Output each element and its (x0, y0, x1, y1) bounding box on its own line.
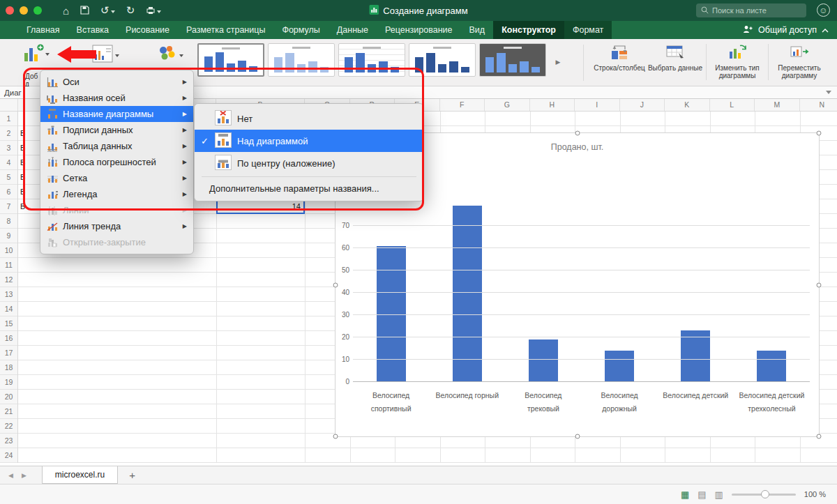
submenu-more-options[interactable]: Дополнительные параметры названия... (195, 179, 423, 197)
menu-item-3[interactable]: Подписи данных▶ (40, 122, 193, 138)
chart-bar[interactable] (605, 351, 634, 382)
row-header-8[interactable]: 8 (0, 214, 17, 229)
row-header-4[interactable]: 4 (0, 155, 17, 170)
save-icon[interactable] (80, 5, 89, 17)
collapse-ribbon-icon[interactable] (822, 25, 829, 35)
undo-button[interactable]: ↺ (100, 4, 115, 17)
sheet-tab[interactable]: microexcel.ru (42, 466, 118, 484)
zoom-slider[interactable] (732, 494, 796, 496)
page-break-view-icon[interactable]: ▥ (715, 489, 723, 500)
home-icon[interactable]: ⌂ (63, 5, 69, 17)
row-header-5[interactable]: 5 (0, 170, 17, 185)
chart-style-thumbnail-2[interactable] (268, 43, 335, 77)
menu-item-1[interactable]: Названия осей▶ (40, 90, 193, 106)
chart-bar[interactable] (529, 339, 558, 382)
row-header-9[interactable]: 9 (0, 229, 17, 243)
menu-item-0[interactable]: Оси▶ (40, 74, 193, 90)
chart-selection-handle[interactable] (333, 434, 338, 439)
row-header-16[interactable]: 16 (0, 331, 17, 346)
column-header-H[interactable]: H (530, 99, 575, 111)
ribbon-tab-3[interactable]: Разметка страницы (178, 21, 273, 39)
chart-selection-handle[interactable] (817, 434, 822, 439)
row-header-23[interactable]: 23 (0, 434, 17, 448)
chart-selection-handle[interactable] (817, 282, 822, 287)
row-header-14[interactable]: 14 (0, 302, 17, 316)
normal-view-icon[interactable]: ▦ (681, 489, 689, 500)
column-header-G[interactable]: G (485, 99, 530, 111)
move-chart-button[interactable]: Переместить диаграмму (771, 43, 827, 80)
menu-item-6[interactable]: Сетка▶ (40, 170, 193, 186)
row-header-13[interactable]: 13 (0, 287, 17, 302)
sheet-next-icon[interactable]: ▶ (22, 472, 27, 479)
chart-bar[interactable] (757, 351, 786, 382)
minimize-window-button[interactable] (20, 6, 28, 15)
fullscreen-window-button[interactable] (33, 6, 42, 15)
menu-item-2[interactable]: Название диаграммы▶ (40, 106, 193, 122)
chart-bar[interactable] (681, 330, 710, 382)
ribbon-tab-6[interactable]: Рецензирование (377, 21, 461, 39)
menu-item-5[interactable]: Полоса погрешностей▶ (40, 154, 193, 170)
ribbon-tab-0[interactable]: Главная (18, 21, 68, 39)
chart-selection-handle[interactable] (817, 131, 822, 136)
column-header-J[interactable]: J (620, 99, 665, 111)
row-header-1[interactable]: 1 (0, 112, 17, 126)
column-header-I[interactable]: I (575, 99, 620, 111)
ribbon-tab-7[interactable]: Вид (461, 21, 494, 39)
chart-selection-handle[interactable] (575, 131, 580, 136)
row-header-20[interactable]: 20 (0, 390, 17, 404)
row-header-22[interactable]: 22 (0, 419, 17, 434)
column-header-M[interactable]: M (755, 99, 800, 111)
column-header-K[interactable]: K (665, 99, 710, 111)
ribbon-tab-4[interactable]: Формулы (273, 21, 328, 39)
row-header-11[interactable]: 11 (0, 258, 17, 273)
column-header-N[interactable]: N (800, 99, 837, 111)
menu-item-7[interactable]: Легенда▶ (40, 186, 193, 202)
row-header-10[interactable]: 10 (0, 243, 17, 258)
row-header-7[interactable]: 7 (0, 199, 17, 214)
row-header-12[interactable]: 12 (0, 273, 17, 287)
formula-bar-dropdown-icon[interactable] (826, 91, 831, 97)
redo-button[interactable]: ↻ (126, 4, 135, 17)
chart-bar[interactable] (453, 206, 482, 382)
gallery-more-arrow[interactable]: ▶ (553, 54, 563, 70)
share-button[interactable]: Общий доступ (743, 21, 829, 39)
close-window-button[interactable] (6, 6, 14, 15)
sheet-prev-icon[interactable]: ◀ (8, 472, 13, 479)
row-header-6[interactable]: 6 (0, 185, 17, 199)
switch-row-column-button[interactable]: Строка/столбец (591, 43, 647, 72)
row-header-21[interactable]: 21 (0, 404, 17, 419)
row-header-2[interactable]: 2 (0, 126, 17, 141)
corner-select-all[interactable] (0, 99, 18, 111)
row-header-19[interactable]: 19 (0, 375, 17, 390)
print-icon[interactable] (146, 6, 161, 15)
ribbon-tab-9[interactable]: Формат (564, 21, 612, 39)
chart-selection-handle[interactable] (333, 282, 338, 287)
row-header-15[interactable]: 15 (0, 316, 17, 331)
column-header-F[interactable]: F (440, 99, 485, 111)
name-box[interactable]: Диаг (0, 89, 22, 97)
zoom-slider-thumb[interactable] (761, 490, 769, 498)
ribbon-tab-1[interactable]: Вставка (68, 21, 117, 39)
chart-style-thumbnail-5[interactable] (479, 43, 546, 77)
chart-style-thumbnail-3[interactable] (338, 43, 405, 77)
submenu-item-0[interactable]: Нет (195, 107, 423, 130)
add-chart-element-button[interactable] (23, 43, 56, 71)
menu-item-9[interactable]: Линия тренда▶ (40, 218, 193, 234)
change-colors-button[interactable] (158, 45, 183, 66)
menu-item-4[interactable]: Таблица данных▶ (40, 138, 193, 154)
ribbon-tab-5[interactable]: Данные (329, 21, 377, 39)
column-header-L[interactable]: L (710, 99, 755, 111)
search-input[interactable]: Поиск на листе (696, 3, 806, 17)
select-data-button[interactable]: Выбрать данные (647, 43, 703, 72)
submenu-item-1[interactable]: ✓Над диаграммой (195, 130, 423, 152)
row-header-18[interactable]: 18 (0, 360, 17, 375)
chart-style-thumbnail-1[interactable] (197, 43, 264, 77)
ribbon-tab-8[interactable]: Конструктор (493, 21, 564, 39)
change-chart-type-button[interactable]: Изменить тип диаграммы (709, 43, 765, 80)
quick-layout-button[interactable] (92, 45, 119, 66)
chart-style-thumbnail-4[interactable] (409, 43, 476, 77)
add-sheet-button[interactable]: + (129, 469, 135, 481)
row-header-3[interactable]: 3 (0, 141, 17, 155)
row-header-17[interactable]: 17 (0, 346, 17, 360)
ribbon-tab-2[interactable]: Рисование (117, 21, 178, 39)
